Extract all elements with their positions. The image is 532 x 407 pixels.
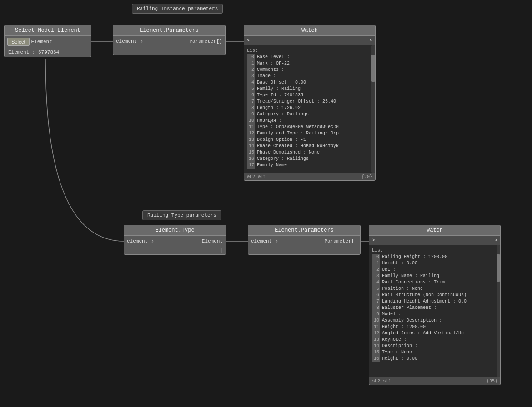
watch-bottom-list: 0Railing Height : 1200.001Height : 0.002… bbox=[372, 254, 497, 362]
list-item: 12Family and Type : Railing: Orp bbox=[247, 130, 372, 137]
watch-top-footer-right: {20} bbox=[361, 174, 372, 179]
list-item: 1Height : 0.00 bbox=[372, 260, 497, 267]
list-item: 12Angled Joins : Add Vertical/Ho bbox=[372, 330, 497, 337]
watch-bottom-node: Watch > > List 0Railing Height : 1200.00… bbox=[369, 225, 501, 385]
select-model-header: Select Model Element bbox=[5, 25, 91, 36]
list-header: List bbox=[247, 47, 372, 54]
element-type-node: Element.Type element › Element | bbox=[124, 225, 226, 255]
element-type-out-port: Element bbox=[202, 238, 223, 244]
element-value: Element : 6797864 bbox=[5, 48, 91, 57]
list-item: 9Category : Railings bbox=[247, 111, 372, 118]
list-item: 6Type Id : 7481535 bbox=[247, 92, 372, 99]
list-item: 16Category : Railings bbox=[247, 156, 372, 162]
element-port-label: Element bbox=[31, 39, 52, 45]
node-footer: | bbox=[113, 47, 225, 55]
watch-top-node: Watch > > List 0Base Level :1Mark : ОГ-2… bbox=[244, 25, 376, 181]
list-item: 5Position : None bbox=[372, 286, 497, 292]
watch-bottom-out-port: > bbox=[494, 238, 497, 243]
parameter-bottom-out-port: Parameter[] bbox=[324, 238, 357, 244]
list-item: 11Height : 1200.00 bbox=[372, 324, 497, 330]
list-bottom-header: List bbox=[372, 247, 497, 254]
select-model-node: Select Model Element Select Element Elem… bbox=[4, 25, 91, 57]
railing-type-label: Railing Type parameters bbox=[142, 210, 221, 220]
watch-top-header: Watch bbox=[244, 25, 375, 36]
list-item: 10Assembly Description : bbox=[372, 318, 497, 324]
watch-bottom-footer: ⊕L2 ⊕L1 {35} bbox=[369, 377, 500, 385]
element-in-port: element bbox=[116, 39, 137, 44]
element-type-in-port: element bbox=[127, 238, 148, 244]
list-item: 7Landing Height Adjustment : 0.0 bbox=[372, 298, 497, 305]
list-item: 2Comments : bbox=[247, 67, 372, 73]
element-bottom-in-port: element bbox=[251, 238, 272, 244]
list-item: 4Base Offset : 0.00 bbox=[247, 79, 372, 86]
arrow-icon: › bbox=[140, 38, 143, 45]
list-item: 0Railing Height : 1200.00 bbox=[372, 254, 497, 260]
list-item: 4Rail Connections : Trim bbox=[372, 279, 497, 286]
list-item: 1Mark : ОГ-22 bbox=[247, 60, 372, 67]
element-parameters-bottom-header: Element.Parameters bbox=[248, 225, 360, 236]
watch-bottom-footer-right: {35} bbox=[487, 379, 497, 384]
list-item: 10Позиция : bbox=[247, 118, 372, 124]
list-item: 11Type : Ограждение металлически bbox=[247, 124, 372, 130]
list-item: 7Tread/Stringer Offset : 25.40 bbox=[247, 99, 372, 105]
list-item: 0Base Level : bbox=[247, 54, 372, 60]
watch-top-footer-left: ⊕L2 ⊕L1 bbox=[247, 174, 266, 179]
list-item: 15Type : None bbox=[372, 349, 497, 356]
element-parameters-top-header: Element.Parameters bbox=[113, 25, 225, 36]
list-item: 14Phase Created : Новая конструк bbox=[247, 143, 372, 149]
element-type-header: Element.Type bbox=[124, 225, 226, 236]
watch-top-out-port: > bbox=[369, 38, 372, 43]
watch-top-footer: ⊕L2 ⊕L1 {20} bbox=[244, 173, 375, 180]
element-type-arrow: › bbox=[151, 238, 154, 245]
list-item: 13Keynote : bbox=[372, 337, 497, 343]
list-item: 2URL : bbox=[372, 267, 497, 273]
list-item: 13Design Option : -1 bbox=[247, 137, 372, 143]
watch-top-list: 0Base Level :1Mark : ОГ-222Comments :3Im… bbox=[247, 54, 372, 169]
list-item: 5Family : Railing bbox=[247, 86, 372, 92]
watch-bottom-in-port: > bbox=[372, 238, 375, 243]
list-item: 3Family Name : Railing bbox=[372, 273, 497, 279]
element-type-footer: | bbox=[124, 247, 226, 254]
element-bottom-footer: | bbox=[248, 247, 360, 254]
list-item: 8Length : 1726.92 bbox=[247, 105, 372, 111]
select-button[interactable]: Select bbox=[7, 38, 30, 46]
list-item: 17Family Name : bbox=[247, 162, 372, 169]
list-item: 3Image : bbox=[247, 73, 372, 79]
element-parameters-top-node: Element.Parameters element › Parameter[]… bbox=[113, 25, 226, 55]
railing-instance-label: Railing Instance parameters bbox=[132, 4, 223, 14]
list-item: 9Model : bbox=[372, 311, 497, 318]
element-bottom-arrow: › bbox=[275, 238, 278, 245]
parameter-out-port: Parameter[] bbox=[189, 39, 222, 44]
element-parameters-bottom-node: Element.Parameters element › Parameter[]… bbox=[248, 225, 361, 255]
list-item: 14Description : bbox=[372, 343, 497, 349]
list-item: 6Rail Structure (Non-Continuous) bbox=[372, 292, 497, 298]
watch-bottom-footer-left: ⊕L2 ⊕L1 bbox=[372, 378, 391, 384]
list-item: 16Height : 0.00 bbox=[372, 356, 497, 362]
list-item: 8Baluster Placement : bbox=[372, 305, 497, 311]
watch-bottom-header: Watch bbox=[369, 225, 500, 236]
list-item: 15Phase Demolished : None bbox=[247, 149, 372, 156]
watch-top-in-port: > bbox=[247, 38, 250, 43]
